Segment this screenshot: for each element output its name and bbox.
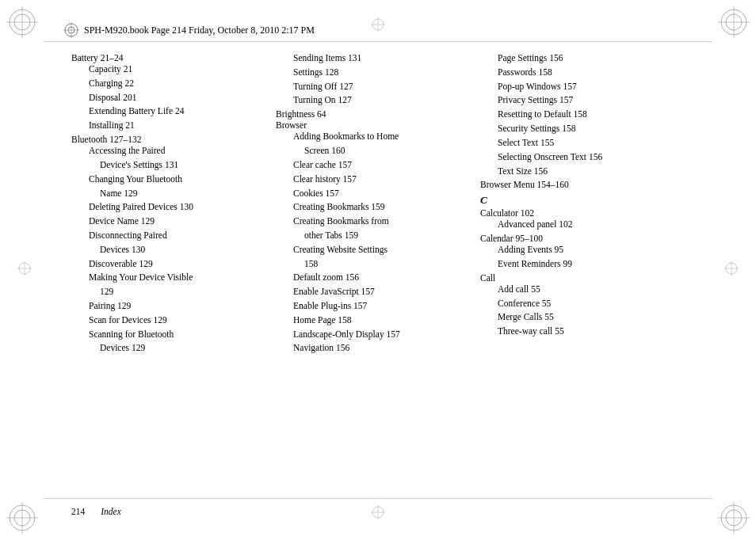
- list-item: Changing Your Bluetooth: [71, 173, 268, 187]
- list-item: Enable Plug-ins 157: [276, 299, 472, 314]
- list-item: Creating Bookmarks from: [276, 215, 472, 229]
- list-item: Adding Bookmarks to Home: [276, 130, 472, 144]
- list-item: Scanning for Bluetooth: [71, 328, 268, 342]
- header-text: SPH-M920.book Page 214 Friday, October 8…: [84, 25, 315, 36]
- reg-mark-bottom-center: [371, 505, 385, 523]
- list-item: Extending Battery Life 24: [71, 105, 268, 119]
- reg-mark-left: [17, 261, 32, 279]
- list-item: Clear history 157: [276, 173, 472, 187]
- list-item: Discoverable 129: [71, 257, 268, 272]
- list-item: Creating Bookmarks 159: [276, 200, 472, 215]
- list-item: Screen 160: [276, 144, 472, 158]
- list-item: Scan for Devices 129: [71, 314, 268, 328]
- list-item: Adding Events 95: [480, 243, 677, 257]
- list-item: Devices 129: [71, 341, 268, 356]
- list-item: Passwords 158: [480, 66, 677, 80]
- list-item: Brightness 64: [276, 109, 472, 119]
- bottom-divider-line: [44, 498, 712, 499]
- list-item: Landscape-Only Display 157: [276, 328, 472, 342]
- list-item: Call: [480, 273, 677, 283]
- list-item: Turning On 127: [276, 93, 472, 108]
- list-item: Enable JavaScript 157: [276, 285, 472, 299]
- footer-label: Index: [101, 507, 121, 516]
- list-item: Creating Website Settings: [276, 243, 472, 257]
- list-item: Text Size 156: [480, 165, 677, 179]
- list-item: Advanced panel 102: [480, 218, 677, 232]
- list-item: Default zoom 156: [276, 271, 472, 285]
- list-item: Browser Menu 154–160: [480, 180, 677, 189]
- corner-decoration-br: [718, 502, 750, 534]
- page-content: Battery 21–24Capacity 21Charging 22Dispo…: [71, 51, 685, 489]
- list-item: Calendar 95–100: [480, 234, 677, 243]
- list-item: C: [480, 194, 677, 207]
- list-item: Select Text 155: [480, 136, 677, 150]
- list-item: Device Name 129: [71, 215, 268, 229]
- list-item: Cookies 157: [276, 187, 472, 201]
- list-item: Installing 21: [71, 119, 268, 133]
- list-item: Accessing the Paired: [71, 144, 268, 158]
- index-column-left: Battery 21–24Capacity 21Charging 22Dispo…: [71, 51, 276, 489]
- list-item: Security Settings 158: [480, 122, 677, 136]
- header-logo-icon: [63, 22, 79, 38]
- list-item: Name 129: [71, 187, 268, 201]
- list-item: Event Reminders 99: [480, 257, 677, 272]
- list-item: Add call 55: [480, 283, 677, 297]
- list-item: Privacy Settings 157: [480, 93, 677, 108]
- list-item: Battery 21–24: [71, 53, 268, 63]
- list-item: Charging 22: [71, 77, 268, 91]
- list-item: 129: [71, 285, 268, 299]
- list-item: Disposal 201: [71, 91, 268, 105]
- list-item: Disconnecting Paired: [71, 229, 268, 243]
- corner-decoration-tl: [6, 6, 38, 38]
- list-item: Page Settings 156: [480, 51, 677, 66]
- page-footer: 214 Index: [71, 507, 121, 516]
- list-item: Pairing 129: [71, 299, 268, 314]
- list-item: Clear cache 157: [276, 158, 472, 173]
- list-item: Deleting Paired Devices 130: [71, 200, 268, 215]
- list-item: Sending Items 131: [276, 51, 472, 66]
- list-item: Devices 130: [71, 243, 268, 257]
- list-item: Home Page 158: [276, 314, 472, 328]
- list-item: Selecting Onscreen Text 156: [480, 150, 677, 165]
- list-item: Settings 128: [276, 66, 472, 80]
- list-item: Pop-up Windows 157: [480, 80, 677, 94]
- list-item: Browser: [276, 120, 472, 130]
- list-item: other Tabs 159: [276, 229, 472, 243]
- list-item: Resetting to Default 158: [480, 108, 677, 122]
- list-item: Merge Calls 55: [480, 310, 677, 325]
- list-item: Device's Settings 131: [71, 158, 268, 173]
- list-item: Three-way call 55: [480, 325, 677, 339]
- index-column-right: Page Settings 156Passwords 158Pop-up Win…: [480, 51, 685, 489]
- list-item: 158: [276, 257, 472, 272]
- list-item: Capacity 21: [71, 63, 268, 77]
- list-item: Conference 55: [480, 297, 677, 311]
- corner-decoration-tr: [718, 6, 750, 38]
- page-number: 214: [71, 507, 85, 516]
- list-item: Turning Off 127: [276, 80, 472, 94]
- list-item: Navigation 156: [276, 341, 472, 356]
- reg-mark-right: [724, 261, 739, 279]
- header-bar: SPH-M920.book Page 214 Friday, October 8…: [63, 22, 693, 38]
- list-item: Bluetooth 127–132: [71, 135, 268, 144]
- list-item: Calculator 102: [480, 208, 677, 218]
- list-item: Making Your Device Visible: [71, 271, 268, 285]
- corner-decoration-bl: [6, 502, 38, 534]
- top-divider-line: [44, 41, 712, 42]
- index-column-middle: Sending Items 131Settings 128Turning Off…: [276, 51, 480, 489]
